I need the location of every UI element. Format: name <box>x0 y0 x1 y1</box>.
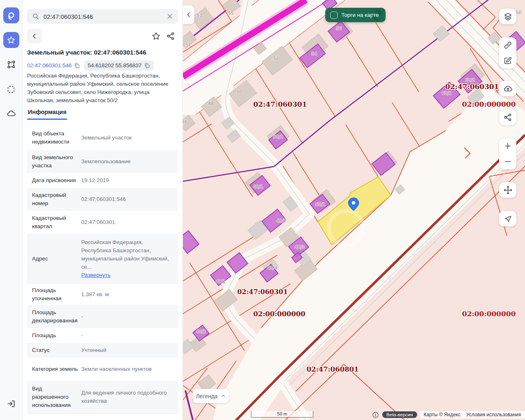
scale-bar: 50 m <box>251 411 313 418</box>
parcel-number-label: 68 <box>516 10 521 15</box>
gavel-icon <box>368 8 386 22</box>
copy-icon[interactable] <box>74 62 80 68</box>
info-row: Площадь- <box>27 328 178 343</box>
info-row-value: 02:47:060301:546 <box>81 195 178 203</box>
panel-header-row <box>27 29 178 43</box>
parcel-number-label: 54 <box>311 51 317 57</box>
share-button[interactable] <box>163 29 178 43</box>
copy-icon[interactable] <box>144 62 150 68</box>
measure-button[interactable] <box>499 37 516 53</box>
info-row-value: Земли населенных пунктов <box>81 365 178 373</box>
info-row: Категория земельЗемли населенных пунктов <box>27 358 178 381</box>
info-row-label: Дата присвоения <box>27 176 81 185</box>
star-outline-icon <box>151 32 161 41</box>
collapse-panel-button[interactable] <box>183 5 194 24</box>
upload-button[interactable] <box>499 81 516 96</box>
page-title: Земельный участок: 02:47:060301:546 <box>27 49 179 56</box>
zoom-in-button[interactable] <box>499 138 516 154</box>
sidebar-item-polygon-select[interactable] <box>3 57 19 73</box>
parcel-number-label: 50/1 <box>315 202 326 207</box>
app-logo[interactable] <box>3 7 19 23</box>
search-icon <box>32 13 39 20</box>
quarter-label: 02:47:060801 <box>307 365 359 373</box>
parcel-number-label: 51 <box>185 42 191 48</box>
quarter-label: 02:47:060301 <box>237 288 288 296</box>
info-row-label: Площадь уточненная <box>27 286 81 303</box>
legend-button[interactable]: Легенда <box>193 389 229 403</box>
zoom-group <box>499 138 516 169</box>
info-row-label: Вид объекта недвижимости <box>27 130 81 146</box>
info-row-value: - <box>81 313 178 321</box>
zoom-out-button[interactable] <box>499 154 516 169</box>
icon-rail <box>0 0 23 420</box>
info-row: АдресРоссийская Федерация, Республика Ба… <box>27 234 178 284</box>
sidebar-item-favorites[interactable] <box>3 32 19 48</box>
info-table: Вид объекта недвижимостиЗемельный участо… <box>27 125 178 414</box>
auctions-toggle[interactable]: Торги на карте <box>325 8 386 22</box>
terms-link[interactable]: Условия использования <box>466 412 521 418</box>
quarter-label: 02:47:060301 <box>253 100 307 108</box>
info-row-value: Землепользование <box>81 158 178 166</box>
star-icon <box>7 36 16 45</box>
cadastral-number-link[interactable]: 02:47:060301:546 <box>27 62 80 68</box>
quarter-label: 02:47:060301 <box>445 82 499 91</box>
cloud-upload-icon <box>503 84 513 94</box>
pan-button[interactable] <box>499 182 516 198</box>
parcel-number-label: 48 <box>208 101 214 106</box>
quarter-label: 02:00:000000 <box>253 310 306 318</box>
info-row: Дата присвоения19.12.2019 <box>27 173 178 188</box>
info-row-label: Адрес <box>27 255 81 263</box>
info-row-value: - <box>81 331 178 340</box>
locate-button[interactable] <box>499 211 516 226</box>
layers-icon <box>503 12 513 21</box>
info-row-label: Вид разрешенного использования <box>27 385 81 409</box>
parcel-number-label: 48/1 <box>253 184 263 189</box>
info-row-label: Кадастровый квартал <box>27 214 81 231</box>
map-canvas[interactable]: 53555152545650484650/148/150/148/248/348… <box>183 0 525 420</box>
info-row-label: Статус <box>27 346 81 354</box>
chevron-left-icon <box>31 32 38 40</box>
chevron-left-icon <box>185 11 192 18</box>
expand-address-link[interactable]: Развернуть <box>81 272 111 278</box>
map-area: 53555152545650484650/148/150/148/248/348… <box>183 0 525 420</box>
info-row-value: Учтенный <box>81 346 178 354</box>
object-address: Российская Федерация, Республика Башкорт… <box>27 72 175 105</box>
sidebar-item-area-select[interactable] <box>3 81 19 97</box>
chevron-up-icon <box>221 393 226 399</box>
share-map-button[interactable] <box>499 110 516 125</box>
share-icon <box>166 32 175 41</box>
exit-icon <box>7 399 16 409</box>
exit-button[interactable] <box>3 396 19 412</box>
dashed-square-icon <box>7 85 16 94</box>
tab-information[interactable]: Информация <box>27 109 67 120</box>
parcel-number-label: 56 <box>336 26 342 31</box>
maps-copyright[interactable]: Карты © Яндекс <box>424 412 461 418</box>
back-button[interactable] <box>27 29 42 43</box>
parcel-number-label: 53 <box>196 13 202 18</box>
layers-button[interactable] <box>499 9 516 24</box>
app-logo-icon <box>6 11 16 21</box>
favorite-button[interactable] <box>148 29 163 43</box>
info-icon[interactable] <box>372 411 379 418</box>
cloud-icon <box>7 109 16 119</box>
legend-label: Легенда <box>196 393 217 399</box>
map-attribution: Beta-версия Карты © Яндекс Условия испол… <box>372 411 525 418</box>
coordinates-chip: 54.618202 55.856837 <box>84 60 154 71</box>
parcel-number-label: 48/3 <box>295 244 305 250</box>
info-row: Вид земельного участкаЗемлепользование <box>27 150 178 173</box>
info-row-value: 02:47:060301 <box>81 218 178 226</box>
info-row: Площадь декларированная- <box>27 305 178 328</box>
info-row-label: Площадь декларированная <box>27 308 81 325</box>
sidebar-item-cloud[interactable] <box>3 106 19 122</box>
detail-panel: Земельный участок: 02:47:060301:546 02:4… <box>23 0 183 420</box>
draw-button[interactable] <box>499 53 516 68</box>
minus-icon <box>504 158 512 166</box>
parcel-number-label: 55 <box>228 11 234 16</box>
auctions-checkbox[interactable] <box>330 11 338 19</box>
navigation-icon <box>504 215 512 223</box>
search-input[interactable] <box>43 13 162 20</box>
parcel-number-label: 60/1 <box>442 91 452 96</box>
info-row: Вид объекта недвижимостиЗемельный участо… <box>27 125 178 150</box>
clear-search-icon[interactable] <box>167 13 173 20</box>
quarter-label: 02:00:000000 <box>462 310 516 318</box>
